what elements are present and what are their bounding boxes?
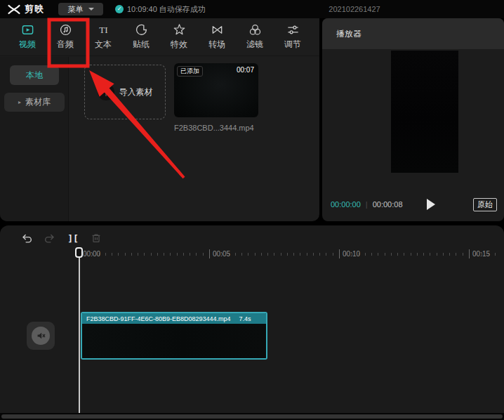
player-title: 播放器 xyxy=(336,28,362,40)
video-icon xyxy=(21,23,34,37)
tab-sticker[interactable]: 贴纸 xyxy=(125,18,157,55)
media-duration: 00:07 xyxy=(237,66,254,74)
sidebar-library-label: 素材库 xyxy=(25,96,51,108)
effects-icon xyxy=(173,23,186,37)
autosave-status-text: 10:09:40 自动保存成功 xyxy=(127,4,206,15)
ruler-label-2: 00:10 xyxy=(339,249,360,258)
filter-icon xyxy=(248,23,262,37)
time-separator: | xyxy=(366,200,368,209)
video-preview xyxy=(391,51,458,173)
app-name: 剪映 xyxy=(25,3,44,15)
svg-text:TI: TI xyxy=(99,25,108,35)
tab-effects-label: 特效 xyxy=(171,39,187,51)
tab-adjust[interactable]: 调节 xyxy=(277,18,309,55)
clip-duration: 7.4s xyxy=(239,315,251,322)
delete-button[interactable] xyxy=(89,230,103,246)
tab-filter[interactable]: 滤镜 xyxy=(239,18,271,55)
trash-icon xyxy=(90,232,102,244)
top-bar: 剪映 菜单 ✓ 10:09:40 自动保存成功 202102261427 xyxy=(0,0,504,18)
current-time: 00:00:00 xyxy=(331,200,361,209)
tab-filter-label: 滤镜 xyxy=(246,39,263,51)
tab-effects[interactable]: 特效 xyxy=(163,18,195,55)
tab-text-label: 文本 xyxy=(95,39,112,51)
tab-audio-label: 音频 xyxy=(57,39,74,51)
chevron-down-icon xyxy=(88,8,94,11)
app-logo-icon xyxy=(7,4,21,15)
text-icon: TI xyxy=(97,23,110,37)
import-material-label: 导入素材 xyxy=(119,86,153,98)
player-panel: 播放器 00:00:00 | 00:00:08 原始 xyxy=(322,18,504,221)
adjust-icon xyxy=(286,23,300,37)
tab-video-label: 视频 xyxy=(19,39,36,51)
undo-button[interactable] xyxy=(20,230,34,246)
original-quality-button[interactable]: 原始 xyxy=(473,198,497,211)
split-icon: ][ xyxy=(67,233,79,244)
tab-transition-label: 转场 xyxy=(208,39,225,51)
project-name: 202102261427 xyxy=(329,5,380,13)
track-mute-button[interactable] xyxy=(27,322,55,350)
horizontal-scrollbar-track xyxy=(0,413,504,420)
timeline-toolbar: ][ xyxy=(20,229,103,247)
player-controls: 00:00:00 | 00:00:08 原始 xyxy=(331,197,497,211)
redo-icon xyxy=(44,232,56,244)
playhead-handle[interactable] xyxy=(75,247,83,258)
toolbar-tabs: 视频 音频 TI 文本 贴纸 特效 xyxy=(0,18,319,56)
app-logo: 剪映 xyxy=(7,3,44,15)
media-sidebar: 本地 ▸ 素材库 xyxy=(0,57,69,221)
tab-transition[interactable]: 转场 xyxy=(201,18,233,55)
mute-speaker-icon xyxy=(32,327,50,345)
clip-filmstrip xyxy=(82,324,266,358)
ruler-ticks xyxy=(79,253,500,256)
timeline-panel: ][ 00:00 00:05 00:10 00:15 F2B38CBD-91FF… xyxy=(0,225,504,420)
player-header: 播放器 xyxy=(322,18,504,49)
tab-audio[interactable]: 音频 xyxy=(49,18,81,55)
audio-icon xyxy=(59,23,72,37)
sidebar-item-local[interactable]: 本地 xyxy=(10,65,59,85)
tab-text[interactable]: TI 文本 xyxy=(87,18,119,55)
tab-adjust-label: 调节 xyxy=(284,39,301,51)
check-icon: ✓ xyxy=(115,5,124,13)
sticker-icon xyxy=(135,23,148,37)
autosave-status: ✓ 10:09:40 自动保存成功 xyxy=(115,4,206,15)
ruler-label-3: 00:15 xyxy=(469,249,490,258)
playhead-line xyxy=(79,249,80,413)
plus-icon xyxy=(98,84,114,100)
total-time: 00:00:08 xyxy=(373,200,403,209)
undo-icon xyxy=(20,232,33,244)
added-badge: 已添加 xyxy=(177,66,203,77)
media-filename: F2B38CBD...3444.mp4 xyxy=(174,124,258,132)
ruler-label-1: 00:05 xyxy=(209,249,230,258)
timeline-clip[interactable]: F2B38CBD-91FF-4E6C-80B9-EB8D08293444.mp4… xyxy=(81,312,267,360)
horizontal-scrollbar[interactable] xyxy=(1,414,503,419)
sidebar-item-library[interactable]: ▸ 素材库 xyxy=(4,93,65,112)
menu-button-label: 菜单 xyxy=(68,4,84,15)
sidebar-local-label: 本地 xyxy=(26,70,43,81)
tab-video[interactable]: 视频 xyxy=(11,18,44,55)
expand-arrow-icon: ▸ xyxy=(18,99,21,105)
media-panel: 视频 音频 TI 文本 贴纸 特效 xyxy=(0,18,319,221)
media-card: 已添加 00:07 F2B38CBD...3444.mp4 xyxy=(174,63,258,132)
split-button[interactable]: ][ xyxy=(66,230,80,246)
redo-button[interactable] xyxy=(43,230,57,246)
menu-button[interactable]: 菜单 xyxy=(58,3,103,15)
clip-filename: F2B38CBD-91FF-4E6C-80B9-EB8D08293444.mp4 xyxy=(86,315,231,322)
tab-sticker-label: 贴纸 xyxy=(133,39,150,51)
play-button[interactable] xyxy=(427,199,435,210)
import-material-button[interactable]: 导入素材 xyxy=(84,65,166,119)
media-thumbnail[interactable]: 已添加 00:07 xyxy=(174,63,258,117)
clip-header: F2B38CBD-91FF-4E6C-80B9-EB8D08293444.mp4… xyxy=(82,313,266,324)
media-content: 导入素材 已添加 00:07 F2B38CBD...3444.mp4 xyxy=(69,57,319,221)
transition-icon xyxy=(211,23,224,37)
